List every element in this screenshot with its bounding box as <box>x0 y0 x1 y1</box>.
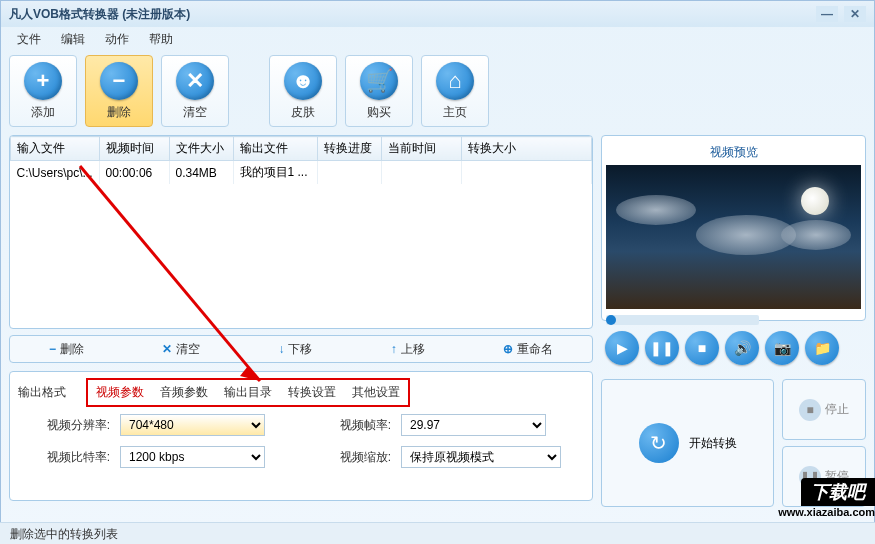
stop-button[interactable]: ■ <box>685 331 719 365</box>
preview-image <box>606 165 861 309</box>
home-icon: ⌂ <box>436 62 474 100</box>
cloud-graphic <box>781 220 851 250</box>
watermark-brand: 下载吧 <box>801 478 875 506</box>
clear-label: 清空 <box>183 104 207 121</box>
tab-video[interactable]: 视频参数 <box>96 384 144 401</box>
minimize-button[interactable]: — <box>816 6 838 22</box>
col-input[interactable]: 输入文件 <box>11 137 100 161</box>
action-row: −删除 ✕清空 ↓下移 ↑上移 ⊕重命名 <box>9 335 593 363</box>
action-clear[interactable]: ✕清空 <box>152 341 210 358</box>
watermark: 下载吧 www.xiazaiba.com <box>745 478 875 522</box>
delete-label: 删除 <box>107 104 131 121</box>
scale-label: 视频缩放: <box>321 449 391 466</box>
cell-csize <box>461 161 591 185</box>
skin-label: 皮肤 <box>291 104 315 121</box>
status-text: 删除选中的转换列表 <box>10 527 118 541</box>
minus-icon: − <box>49 342 56 356</box>
refresh-icon: ↻ <box>639 423 679 463</box>
tab-outdir[interactable]: 输出目录 <box>224 384 272 401</box>
x-icon: ✕ <box>176 62 214 100</box>
col-csize[interactable]: 转换大小 <box>461 137 591 161</box>
col-vtime[interactable]: 视频时间 <box>99 137 169 161</box>
menu-file[interactable]: 文件 <box>9 29 49 47</box>
action-rename[interactable]: ⊕重命名 <box>493 341 563 358</box>
statusbar: 删除选中的转换列表 <box>0 522 875 544</box>
buy-label: 购买 <box>367 104 391 121</box>
cart-icon: 🛒 <box>360 62 398 100</box>
bitrate-select[interactable]: 1200 kbps <box>120 446 265 468</box>
cell-output: 我的项目1 ... <box>233 161 317 185</box>
settings-panel: 输出格式 视频参数 音频参数 输出目录 转换设置 其他设置 视频分辨率: 704… <box>9 371 593 501</box>
menu-edit[interactable]: 编辑 <box>53 29 93 47</box>
tab-other[interactable]: 其他设置 <box>352 384 400 401</box>
cell-progress <box>317 161 381 185</box>
volume-button[interactable]: 🔊 <box>725 331 759 365</box>
menu-help[interactable]: 帮助 <box>141 29 181 47</box>
skin-button[interactable]: ☻ 皮肤 <box>269 55 337 127</box>
cell-curtime <box>381 161 461 185</box>
file-table[interactable]: 输入文件 视频时间 文件大小 输出文件 转换进度 当前时间 转换大小 C:\Us… <box>10 136 592 184</box>
settings-tabs: 视频参数 音频参数 输出目录 转换设置 其他设置 <box>86 378 410 407</box>
close-button[interactable]: ✕ <box>844 6 866 22</box>
window-title: 凡人VOB格式转换器 (未注册版本) <box>9 6 190 23</box>
action-movedown[interactable]: ↓下移 <box>268 341 322 358</box>
pause-button[interactable]: ❚❚ <box>645 331 679 365</box>
moon-graphic <box>801 187 829 215</box>
buy-button[interactable]: 🛒 购买 <box>345 55 413 127</box>
home-button[interactable]: ⌂ 主页 <box>421 55 489 127</box>
add-button[interactable]: + 添加 <box>9 55 77 127</box>
scale-select[interactable]: 保持原视频模式 <box>401 446 561 468</box>
action-moveup[interactable]: ↑上移 <box>381 341 435 358</box>
menubar: 文件 编辑 动作 帮助 <box>1 27 874 49</box>
start-convert-label: 开始转换 <box>689 435 737 452</box>
folder-button[interactable]: 📁 <box>805 331 839 365</box>
preview-title: 视频预览 <box>606 140 861 165</box>
media-controls: ▶ ❚❚ ■ 🔊 📷 📁 <box>601 327 866 369</box>
rename-icon: ⊕ <box>503 342 513 356</box>
delete-button[interactable]: − 删除 <box>85 55 153 127</box>
add-label: 添加 <box>31 104 55 121</box>
snapshot-button[interactable]: 📷 <box>765 331 799 365</box>
preview-progress[interactable] <box>606 315 759 325</box>
stop-convert-button[interactable]: ■ 停止 <box>782 379 866 440</box>
framerate-label: 视频帧率: <box>321 417 391 434</box>
home-label: 主页 <box>443 104 467 121</box>
cell-vtime: 00:00:06 <box>99 161 169 185</box>
clear-button[interactable]: ✕ 清空 <box>161 55 229 127</box>
output-format-label: 输出格式 <box>18 384 66 401</box>
minus-icon: − <box>100 62 138 100</box>
toolbar: + 添加 − 删除 ✕ 清空 ☻ 皮肤 🛒 购买 ⌂ 主页 <box>1 49 874 135</box>
menu-action[interactable]: 动作 <box>97 29 137 47</box>
cell-input: C:\Users\pc\... <box>11 161 100 185</box>
file-table-panel: 输入文件 视频时间 文件大小 输出文件 转换进度 当前时间 转换大小 C:\Us… <box>9 135 593 329</box>
titlebar: 凡人VOB格式转换器 (未注册版本) — ✕ <box>1 1 874 27</box>
arrow-down-icon: ↓ <box>278 342 284 356</box>
col-progress[interactable]: 转换进度 <box>317 137 381 161</box>
plus-icon: + <box>24 62 62 100</box>
preview-panel: 视频预览 <box>601 135 866 321</box>
cloud-graphic <box>616 195 696 225</box>
col-fsize[interactable]: 文件大小 <box>169 137 233 161</box>
play-button[interactable]: ▶ <box>605 331 639 365</box>
cell-fsize: 0.34MB <box>169 161 233 185</box>
arrow-up-icon: ↑ <box>391 342 397 356</box>
resolution-select[interactable]: 704*480 <box>120 414 265 436</box>
col-curtime[interactable]: 当前时间 <box>381 137 461 161</box>
bitrate-label: 视频比特率: <box>40 449 110 466</box>
x-icon: ✕ <box>162 342 172 356</box>
tab-audio[interactable]: 音频参数 <box>160 384 208 401</box>
resolution-label: 视频分辨率: <box>40 417 110 434</box>
col-output[interactable]: 输出文件 <box>233 137 317 161</box>
tab-convset[interactable]: 转换设置 <box>288 384 336 401</box>
table-row[interactable]: C:\Users\pc\... 00:00:06 0.34MB 我的项目1 ..… <box>11 161 592 185</box>
smile-icon: ☻ <box>284 62 322 100</box>
stop-icon: ■ <box>799 399 821 421</box>
watermark-url: www.xiazaiba.com <box>778 506 875 518</box>
framerate-select[interactable]: 29.97 <box>401 414 546 436</box>
action-delete[interactable]: −删除 <box>39 341 94 358</box>
